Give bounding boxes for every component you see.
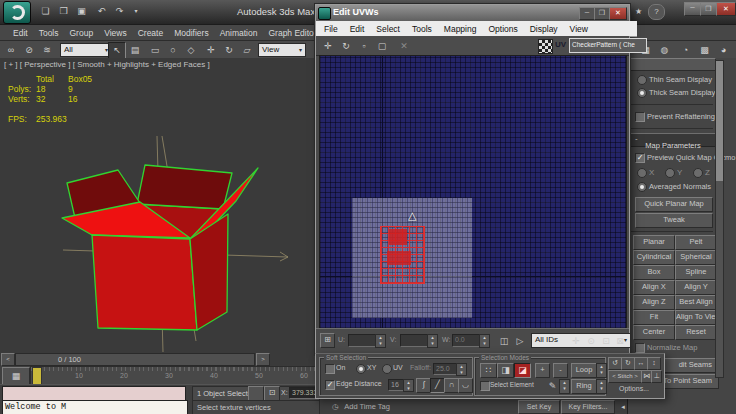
- axis-y-radio[interactable]: [665, 168, 675, 178]
- unlink-button[interactable]: ⊘: [20, 42, 38, 59]
- spherical-button[interactable]: Spherical: [675, 250, 717, 265]
- next-frame-button[interactable]: >: [256, 353, 270, 366]
- w-spinner[interactable]: ▴▾: [479, 334, 490, 348]
- falloff-curve-slow-button[interactable]: ∩: [444, 378, 459, 393]
- uvw-menu-view[interactable]: View: [570, 24, 588, 34]
- menu-edit[interactable]: Edit: [13, 28, 28, 38]
- falloff-curve-smooth-button[interactable]: ∫: [416, 378, 431, 393]
- align-to-view-button[interactable]: Align To View: [675, 310, 717, 325]
- filter-selected-faces-button[interactable]: ▷: [512, 333, 528, 349]
- rendered-frame-button[interactable]: ◍: [655, 42, 674, 59]
- uv-island-selection[interactable]: [380, 226, 425, 284]
- add-time-tag[interactable]: ◷ Add Time Tag: [332, 400, 462, 413]
- spline-button[interactable]: Spline: [675, 265, 717, 280]
- axis-z-radio[interactable]: [693, 168, 703, 178]
- absolute-offset-toggle[interactable]: ⊞: [320, 333, 335, 348]
- time-slider[interactable]: [32, 367, 42, 385]
- ring-spinner[interactable]: ▴▾: [596, 379, 607, 394]
- uv-zoom-button[interactable]: ⊙: [583, 333, 599, 349]
- quick-planar-map-button[interactable]: Quick Planar Map: [635, 197, 713, 212]
- ring-button[interactable]: Ring: [571, 379, 597, 394]
- selected-face[interactable]: [389, 229, 407, 245]
- u-spinner[interactable]: ▴▾: [375, 334, 386, 348]
- select-element-checkbox[interactable]: [480, 381, 490, 391]
- paint-size-spinner[interactable]: ▴▾: [559, 379, 570, 394]
- favorites-button[interactable]: ★: [630, 4, 647, 20]
- reset-button[interactable]: Reset: [675, 325, 717, 340]
- help-button[interactable]: ?: [648, 4, 665, 20]
- uv-rotate-button[interactable]: ↻: [337, 38, 355, 55]
- maximize-button[interactable]: ❐: [700, 2, 717, 16]
- lock-selected-button[interactable]: ◫: [496, 333, 512, 349]
- planar-button[interactable]: Planar: [633, 235, 675, 250]
- align-z-button[interactable]: Align Z: [633, 295, 675, 310]
- reference-coordinate-dropdown[interactable]: View▾: [258, 43, 306, 57]
- prevent-reflattening-checkbox[interactable]: [635, 112, 645, 122]
- minimize-button[interactable]: –: [684, 2, 701, 16]
- rect-select-region-button[interactable]: ▭: [146, 42, 164, 59]
- set-key-button[interactable]: Set Key: [518, 400, 560, 414]
- prev-frame-button[interactable]: <: [1, 353, 15, 366]
- mirror-vertical-button[interactable]: ↕: [647, 357, 661, 370]
- menu-views[interactable]: Views: [104, 28, 127, 38]
- best-align-button[interactable]: Best Align: [675, 295, 717, 310]
- edge-distance-spinner[interactable]: ▴▾: [403, 379, 414, 392]
- uvw-menu-file[interactable]: File: [324, 24, 338, 34]
- uvw-menu-tools[interactable]: Tools: [412, 24, 432, 34]
- center-button[interactable]: Center: [633, 325, 675, 340]
- menu-graph-editors[interactable]: Graph Editors: [268, 28, 320, 38]
- uvw-close-button[interactable]: ✕: [609, 7, 627, 20]
- panel-scrollbar[interactable]: [715, 60, 724, 378]
- absolute-mode-button[interactable]: ⊡: [264, 386, 280, 401]
- uvw-titlebar[interactable]: Edit UVWs – ❐ ✕: [316, 5, 629, 21]
- maxscript-listener-line[interactable]: Welcome to M: [2, 400, 188, 414]
- menu-tools[interactable]: Tools: [39, 28, 59, 38]
- show-map-toggle[interactable]: [538, 39, 553, 54]
- loop-button[interactable]: Loop: [571, 363, 597, 378]
- rotate-button[interactable]: ↻: [220, 42, 238, 59]
- uv-move-button[interactable]: ✛: [319, 38, 337, 55]
- box-object[interactable]: [0, 58, 316, 352]
- menu-group[interactable]: Group: [70, 28, 94, 38]
- select-and-link-button[interactable]: ∞: [2, 42, 20, 59]
- uvw-maximize-button[interactable]: ❐: [594, 7, 610, 20]
- circle-select-region-button[interactable]: ○: [164, 42, 182, 59]
- uv-freeform-button[interactable]: ▢: [373, 38, 391, 55]
- edge-distance-checkbox[interactable]: ✓: [325, 380, 335, 390]
- rollout-partial[interactable]: [630, 58, 716, 71]
- uvw-menu-edit[interactable]: Edit: [350, 24, 365, 34]
- align-y-button[interactable]: Align Y: [675, 280, 717, 295]
- grow-selection-button[interactable]: +: [535, 363, 550, 378]
- fit-button[interactable]: Fit: [633, 310, 675, 325]
- uvw-menu-mapping[interactable]: Mapping: [444, 24, 477, 34]
- undo-button[interactable]: ↶: [92, 3, 111, 21]
- timeline-ruler[interactable]: 10 20 30 40 50 60: [30, 366, 320, 386]
- uv-pan-button[interactable]: ✛: [568, 333, 584, 349]
- perspective-viewport[interactable]: [ + ] [ Perspective ] [ Smooth + Highlig…: [0, 58, 316, 353]
- track-bar-toggle-button[interactable]: ▦: [2, 367, 30, 385]
- save-file-button[interactable]: ▣: [72, 3, 91, 21]
- axis-x-radio[interactable]: [637, 168, 647, 178]
- falloff-curve-linear-button[interactable]: ╱: [430, 378, 445, 393]
- app-logo-icon[interactable]: [3, 1, 31, 24]
- face-mode-button[interactable]: ◪: [514, 363, 531, 378]
- uvw-menu-options[interactable]: Options: [488, 24, 517, 34]
- menu-create[interactable]: Create: [138, 28, 164, 38]
- shrink-selection-button[interactable]: -: [553, 363, 568, 378]
- texture-selector-dropdown[interactable]: CheckerPattern ( Che: [569, 38, 647, 53]
- preview-gizmo-checkbox[interactable]: ✓: [635, 153, 645, 163]
- fence-select-region-button[interactable]: ◇: [182, 42, 200, 59]
- redo-button[interactable]: ↷: [110, 3, 129, 21]
- mirror-horizontal-button[interactable]: ↔: [634, 357, 648, 370]
- key-filters-button[interactable]: Key Filters...: [561, 400, 615, 414]
- menu-animation[interactable]: Animation: [220, 28, 258, 38]
- render-production-button[interactable]: ◔: [676, 42, 695, 59]
- time-progress-bar[interactable]: 0 / 100: [15, 353, 255, 366]
- paint-select-button[interactable]: ✎: [545, 379, 560, 394]
- quick-access-flyout[interactable]: ▾: [128, 3, 144, 21]
- open-file-button[interactable]: ❒: [54, 3, 73, 21]
- stitch-vertical-button[interactable]: ⊥: [651, 370, 662, 383]
- uv-zoom-extents-button[interactable]: ⊠: [612, 333, 628, 349]
- align-x-button[interactable]: Align X: [633, 280, 675, 295]
- bind-spacewarp-button[interactable]: ≋: [38, 42, 56, 59]
